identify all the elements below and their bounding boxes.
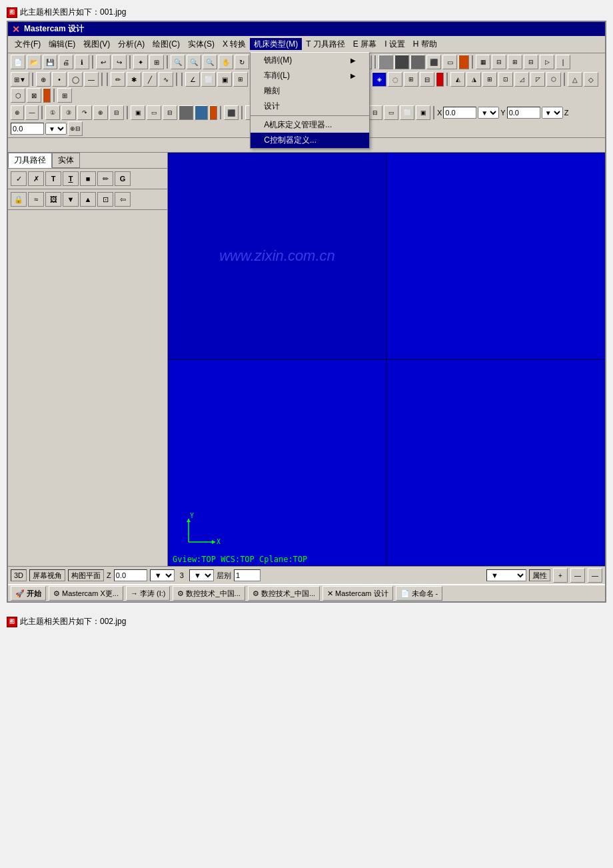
ptb-lock[interactable]: 🔒 (11, 192, 27, 207)
tb2-s2[interactable]: ◌ (388, 72, 402, 87)
menu-draw[interactable]: 绘图(C) (149, 37, 184, 51)
tb2-e4[interactable]: ⊡ (498, 72, 513, 87)
tb2-f4[interactable]: ⊠ (27, 88, 41, 103)
tb3-8[interactable]: ▣ (131, 105, 145, 120)
status-minus[interactable]: — (570, 568, 585, 583)
tb2-grid[interactable]: ⊞ (233, 72, 248, 87)
tb-new[interactable]: 📄 (11, 55, 25, 69)
tb-open[interactable]: 📂 (27, 55, 41, 69)
tb-save[interactable]: 💾 (43, 55, 57, 69)
z-select[interactable]: ▼ (45, 123, 67, 135)
ptb-G[interactable]: G (115, 171, 131, 186)
tb-zoom-out[interactable]: 🔍 (187, 55, 201, 69)
dropdown-controller-def[interactable]: C控制器定义... (251, 133, 369, 148)
status-attr-select[interactable]: ▼ (486, 569, 526, 581)
tb2-star[interactable]: ✱ (127, 72, 141, 87)
tb3-14[interactable]: ⬛ (224, 105, 239, 120)
tb-c5[interactable]: ▭ (442, 55, 457, 69)
taskbar-mastercam[interactable]: ⚙ Mastercam X更... (49, 586, 123, 601)
taskbar-cnc2[interactable]: ⚙ 数控技术_中国... (248, 586, 320, 601)
tab-solid[interactable]: 实体 (52, 153, 80, 168)
tb3-6[interactable]: ⊕ (93, 105, 108, 120)
taskbar-unnamed[interactable]: 📄 未命名 - (396, 586, 443, 601)
ptb-T1[interactable]: T (45, 171, 61, 186)
y-input[interactable] (507, 107, 540, 119)
tb3-3[interactable]: ① (45, 105, 60, 120)
ptb-wave[interactable]: ≈ (28, 192, 44, 207)
menu-file[interactable]: 文件(F) (11, 37, 45, 51)
dropdown-design[interactable]: 设计 (251, 99, 369, 114)
tb-c4[interactable]: ⬛ (426, 55, 441, 69)
tb2-1[interactable]: ⊞▼ (11, 72, 29, 87)
status-dash[interactable]: — (588, 568, 602, 583)
tb2-circle[interactable]: ⊕ (36, 72, 51, 87)
menu-view[interactable]: 视图(V) (79, 37, 114, 51)
ptb-check[interactable]: ✓ (11, 171, 27, 186)
tb-rotate[interactable]: ↻ (235, 55, 249, 69)
taskbar-litao[interactable]: → 李涛 (I:) (126, 586, 171, 601)
taskbar-cnc1[interactable]: ⚙ 数控技术_中国... (173, 586, 245, 601)
tb-extra3[interactable]: ⊞ (508, 55, 522, 69)
tab-toolpath[interactable]: 刀具路径 (8, 153, 52, 168)
tb2-pencil[interactable]: ✏ (111, 72, 125, 87)
menu-machine[interactable]: 机床类型(M) (250, 38, 302, 50)
tb2-circle2[interactable]: ◯ (68, 72, 83, 87)
tb3-7[interactable]: ⊟ (109, 105, 124, 120)
ptb-square[interactable]: ■ (80, 171, 96, 186)
tb2-f2[interactable]: ◇ (584, 72, 598, 87)
tb-extra1[interactable]: ▦ (476, 55, 490, 69)
status-z-input[interactable] (114, 569, 147, 581)
tb-undo[interactable]: ↩ (96, 55, 111, 69)
ptb-up[interactable]: ▲ (80, 192, 96, 207)
tb-c2[interactable] (394, 55, 409, 69)
tb2-angle[interactable]: ∠ (185, 72, 200, 87)
x-input[interactable] (443, 107, 476, 119)
menu-toolpath[interactable]: T 刀具路径 (302, 37, 348, 51)
tb2-e7[interactable]: ⬡ (546, 72, 561, 87)
taskbar-design[interactable]: ✕ Mastercam 设计 (322, 586, 392, 601)
ptb-cross[interactable]: ✗ (28, 171, 44, 186)
ptb-T2[interactable]: T (63, 171, 79, 186)
menu-help[interactable]: H 帮助 (409, 37, 441, 51)
tb2-f1[interactable]: △ (568, 72, 582, 87)
tb3-1[interactable]: ⊕ (11, 105, 24, 120)
tb2-e3[interactable]: ⊞ (482, 72, 497, 87)
tb3-2[interactable]: — (25, 105, 39, 120)
tb-extra2[interactable]: ⊟ (492, 55, 506, 69)
tb2-s5[interactable] (436, 72, 444, 87)
start-button[interactable]: 🚀 开始 (11, 586, 46, 601)
tb3-13[interactable] (209, 105, 217, 120)
tb-snap[interactable]: ✦ (133, 55, 148, 69)
tb3-9[interactable]: ▭ (147, 105, 161, 120)
tb3-24[interactable]: ⬜ (400, 105, 414, 120)
tb-zoom-in[interactable]: 🔍 (171, 55, 185, 69)
dropdown-engrave[interactable]: 雕刻 (251, 83, 369, 99)
tb-grid[interactable]: ⊞ (149, 55, 164, 69)
ptb-img[interactable]: 🖼 (45, 192, 61, 207)
tb-print[interactable]: 🖨 (59, 55, 73, 69)
tb3-10[interactable]: ⊟ (163, 105, 177, 120)
menu-solid[interactable]: 实体(S) (184, 37, 219, 51)
tb2-s4[interactable]: ⊟ (420, 72, 434, 87)
tb2-e2[interactable]: ◮ (466, 72, 481, 87)
tb2-curve[interactable]: ∿ (159, 72, 173, 87)
tb3-23[interactable]: ▭ (384, 105, 398, 120)
menu-analyze[interactable]: 分析(A) (114, 37, 149, 51)
ptb-down[interactable]: ▼ (63, 192, 79, 207)
tb3-12[interactable] (195, 105, 208, 120)
tb3-25[interactable]: ▣ (416, 105, 430, 120)
tb-c1[interactable] (378, 55, 393, 69)
tb3-5[interactable]: ↷ (77, 105, 92, 120)
menu-edit[interactable]: 编辑(E) (45, 37, 79, 51)
z-input[interactable] (11, 123, 44, 135)
tb-pan[interactable]: ✋ (219, 55, 233, 69)
tb2-line[interactable]: ╱ (143, 72, 157, 87)
ptb-pencil[interactable]: ✏ (97, 171, 113, 186)
ptb-arrow[interactable]: ⇦ (115, 192, 131, 207)
tb3-coord[interactable]: ⊕⊟ (68, 121, 83, 136)
tb-info[interactable]: ℹ (75, 55, 89, 69)
y-select[interactable]: ▼ (542, 107, 563, 119)
tb-extra4[interactable]: ⊟ (524, 55, 538, 69)
tb2-s1[interactable]: ◈ (372, 72, 386, 87)
status-level-select[interactable]: ▼ (189, 569, 214, 581)
